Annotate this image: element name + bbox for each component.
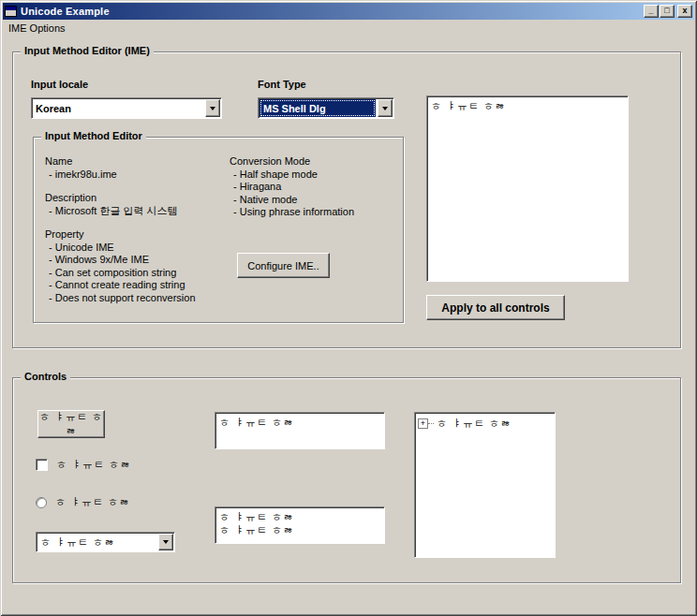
input-locale-dropdown-button[interactable] xyxy=(205,99,220,117)
sample-edit1[interactable]: ㅎ ㅑㅠㅌ ㅎㅀ xyxy=(215,412,385,449)
sample-radio-row: ㅎ ㅑㅠㅌ ㅎㅀ xyxy=(36,495,130,509)
property-section: Property - Unicode IME- Windows 9x/Me IM… xyxy=(45,228,228,304)
sample-checkbox[interactable] xyxy=(36,459,48,471)
sample-edit2-lines: ㅎ ㅑㅠㅌ ㅎㅀㅎ ㅑㅠㅌ ㅎㅀ xyxy=(219,510,380,536)
font-type-dropdown-button[interactable] xyxy=(378,99,393,117)
property-items: - Unicode IME- Windows 9x/Me IME- Can se… xyxy=(45,242,228,305)
configure-ime-button-label: Configure IME.. xyxy=(247,260,319,271)
conversion-mode-items: - Half shape mode- Hiragana- Native mode… xyxy=(230,169,398,219)
controls-groupbox: Controls xyxy=(12,377,681,583)
dialog-window: Unicode Example _ □ x IME Options Input … xyxy=(0,0,697,616)
info-line: - Unicode IME xyxy=(45,242,228,255)
name-label: Name xyxy=(45,155,228,169)
sample-button[interactable]: ㅎ ㅑㅠㅌ ㅎㅀ xyxy=(37,410,105,438)
description-section: Description - Microsoft 한글 입력 시스템 xyxy=(45,192,228,217)
font-type-label: Font Type xyxy=(258,79,306,90)
ime-editor-groupbox-caption: Input Method Editor xyxy=(41,130,146,141)
info-line: - Can set composition string xyxy=(45,267,228,280)
close-button[interactable]: x xyxy=(677,5,692,18)
sample-checkbox-label: ㅎ ㅑㅠㅌ ㅎㅀ xyxy=(48,458,131,472)
info-line: - Hiragana xyxy=(230,181,398,194)
sample-combobox[interactable]: ㅎ ㅑㅠㅌ ㅎㅀ xyxy=(36,532,175,552)
info-line: - Does not support reconversion xyxy=(45,292,228,305)
ime-editor-right-column: Conversion Mode - Half shape mode- Hirag… xyxy=(230,155,398,230)
sample-button-label: ㅎ ㅑㅠㅌ ㅎㅀ xyxy=(38,410,104,438)
apply-to-all-controls-button[interactable]: Apply to all controls xyxy=(426,295,565,320)
sample-combobox-value: ㅎ ㅑㅠㅌ ㅎㅀ xyxy=(37,533,157,551)
sample-treeview[interactable]: + ㅎ ㅑㅠㅌ ㅎㅀ xyxy=(414,412,556,558)
edit-line: ㅎ ㅑㅠㅌ ㅎㅀ xyxy=(219,523,380,536)
description-label: Description xyxy=(45,192,228,205)
name-items: - imekr98u.ime xyxy=(45,169,228,182)
ime-editor-left-column: Name - imekr98u.ime Description - Micros… xyxy=(45,155,228,315)
ime-groupbox-caption: Input Method Editor (IME) xyxy=(21,45,154,56)
sample-combobox-dropdown-button[interactable] xyxy=(158,534,173,550)
ime-preview-text: ㅎ ㅑㅠㅌ ㅎㅀ xyxy=(431,99,624,112)
chevron-down-icon xyxy=(210,107,215,110)
tree-node-row[interactable]: + ㅎ ㅑㅠㅌ ㅎㅀ xyxy=(418,417,552,431)
info-line: - Cannot create reading string xyxy=(45,279,228,292)
chevron-down-icon xyxy=(382,107,388,110)
maximize-button[interactable]: □ xyxy=(660,5,675,18)
info-line: - Using phrase information xyxy=(230,206,398,219)
app-window-icon xyxy=(5,6,17,17)
title-bar[interactable]: Unicode Example _ □ x xyxy=(3,3,694,20)
input-locale-combobox[interactable]: Korean xyxy=(31,97,222,119)
apply-button-label: Apply to all controls xyxy=(441,301,549,315)
controls-groupbox-caption: Controls xyxy=(21,371,70,382)
info-line: - imekr98u.ime xyxy=(45,169,228,182)
info-line: - Windows 9x/Me IME xyxy=(45,254,228,267)
tree-expand-icon[interactable]: + xyxy=(418,418,428,429)
tree-node-label: ㅎ ㅑㅠㅌ ㅎㅀ xyxy=(434,417,512,431)
input-locale-label: Input locale xyxy=(31,79,88,90)
info-line: - Microsoft 한글 입력 시스템 xyxy=(45,205,228,218)
sample-radio-button[interactable] xyxy=(36,497,47,508)
info-line: - Native mode xyxy=(230,194,398,207)
edit-line: ㅎ ㅑㅠㅌ ㅎㅀ xyxy=(219,416,380,429)
window-title: Unicode Example xyxy=(17,6,643,17)
name-section: Name - imekr98u.ime xyxy=(45,155,228,181)
configure-ime-button[interactable]: Configure IME.. xyxy=(237,253,330,278)
menu-item-ime-options[interactable]: IME Options xyxy=(3,22,71,35)
conversion-mode-section: Conversion Mode - Half shape mode- Hirag… xyxy=(230,155,398,219)
font-type-combobox[interactable]: MS Shell Dlg xyxy=(258,97,394,119)
window-caption-buttons: _ □ x xyxy=(643,5,692,18)
sample-checkbox-row: ㅎ ㅑㅠㅌ ㅎㅀ xyxy=(36,458,131,472)
sample-radio-label: ㅎ ㅑㅠㅌ ㅎㅀ xyxy=(47,495,130,509)
minimize-button[interactable]: _ xyxy=(644,5,659,18)
info-line: - Half shape mode xyxy=(230,169,398,182)
edit-line: ㅎ ㅑㅠㅌ ㅎㅀ xyxy=(219,510,380,523)
menu-bar: IME Options xyxy=(3,20,694,36)
sample-edit1-lines: ㅎ ㅑㅠㅌ ㅎㅀ xyxy=(219,416,380,429)
description-items: - Microsoft 한글 입력 시스템 xyxy=(45,205,228,218)
font-type-value: MS Shell Dlg xyxy=(260,99,376,117)
chevron-down-icon xyxy=(163,540,169,544)
property-label: Property xyxy=(45,228,228,242)
conversion-mode-label: Conversion Mode xyxy=(230,155,398,169)
sample-edit2[interactable]: ㅎ ㅑㅠㅌ ㅎㅀㅎ ㅑㅠㅌ ㅎㅀ xyxy=(215,506,385,544)
input-locale-value: Korean xyxy=(32,98,204,118)
ime-preview-textbox[interactable]: ㅎ ㅑㅠㅌ ㅎㅀ xyxy=(426,95,629,282)
